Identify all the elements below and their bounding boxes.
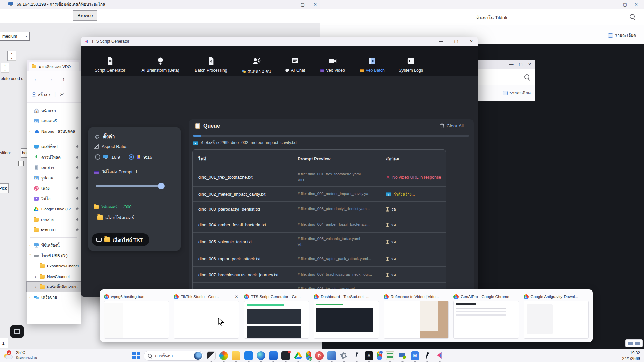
slider-handle[interactable] <box>158 183 165 189</box>
table-row[interactable]: dino_002_meteor_impact_cavity.txt # file… <box>193 187 446 202</box>
copilot-icon[interactable] <box>219 351 228 360</box>
thumbnail-preview[interactable] <box>174 301 239 339</box>
thumbnail-preview[interactable] <box>104 301 169 339</box>
keyboard-icon[interactable] <box>628 342 633 345</box>
edge-icon[interactable] <box>257 351 265 360</box>
sidebar-item-music[interactable]: เพลง <box>27 183 81 193</box>
microsoft-store-icon[interactable] <box>244 351 253 360</box>
thumbnail-genaipro[interactable]: GenAIPro - Google Chrome <box>453 293 519 339</box>
chrome-globe-icon[interactable] <box>377 351 382 360</box>
cut-icon[interactable]: ✂ <box>60 91 64 98</box>
close-icon[interactable]: ✕ <box>235 294 239 299</box>
sidebar-item-videos[interactable]: วิดีโอ <box>27 193 81 204</box>
task-view-icon[interactable] <box>207 351 216 360</box>
prompt-slider[interactable] <box>96 183 163 189</box>
tab-script-generator[interactable]: Script Generator <box>95 57 125 73</box>
sidebar-item-selected-folder[interactable]: › ดอร์สติ๊กต๊อก2026 <box>27 282 81 292</box>
a-dark-app-icon[interactable]: A <box>365 351 373 360</box>
new-button[interactable]: + สร้าง ▾ <box>32 91 50 98</box>
feather-pen-icon[interactable] <box>352 351 361 360</box>
radio-selected-icon[interactable] <box>129 154 134 160</box>
choose-txt-button[interactable]: เลือกไฟล์ TXT <box>92 233 149 246</box>
page-badge[interactable]: 1 <box>0 338 8 348</box>
chevron-right-icon[interactable]: › <box>35 275 38 279</box>
table-row[interactable]: dino_003_pterodactyl_dentist.txt # file:… <box>193 202 446 217</box>
start-button[interactable] <box>132 352 140 359</box>
tab-ai-chat[interactable]: AI Chat <box>285 57 305 73</box>
background-window-controls[interactable]: — ▢ ✕ <box>611 2 638 7</box>
pick-button[interactable]: Pick <box>0 183 9 193</box>
tab-ai-brainstorm[interactable]: AI Brainstorm (Beta) <box>141 57 179 73</box>
thumbnail-dashboard[interactable]: Dashboard - TeeSud.net -... <box>314 293 379 339</box>
sidebar-item-desktop[interactable]: เดสก์ท็อป <box>27 141 81 152</box>
sidebar-item-network[interactable]: › เครือข่าย <box>27 292 81 302</box>
pc-security-icon[interactable] <box>398 351 407 360</box>
ratio-9-16-option[interactable]: 9:16 <box>129 154 152 160</box>
red-p-app-icon[interactable]: P <box>315 351 324 360</box>
spinner-control-1[interactable]: ▲▼ <box>7 51 16 61</box>
thumbnail-vidu[interactable]: Reference to Video | Vidu... <box>384 293 449 339</box>
chevron-right-icon[interactable]: › <box>29 243 32 247</box>
browse-button[interactable]: Browse <box>73 10 97 21</box>
medium-dropdown[interactable]: medium ▾ <box>0 32 30 41</box>
thumbnail-wpng6[interactable]: wpng6.hosting.ban... <box>104 293 169 339</box>
table-row[interactable]: dino_006_raptor_pack_attack.txt # file: … <box>193 251 446 267</box>
maximize-icon[interactable]: ▢ <box>454 39 458 44</box>
table-row[interactable]: dino_007_brachiosaurus_neck_journey.txt … <box>193 267 446 283</box>
taskbar-corner-icons[interactable] <box>625 339 643 347</box>
table-row[interactable]: dino_005_volcanic_tartar.txt # file: din… <box>193 233 446 251</box>
thumbnail-preview[interactable] <box>244 301 309 339</box>
clear-all-button[interactable]: Clear All <box>440 123 464 128</box>
details-link-mid[interactable]: รายละเอียด <box>503 89 531 96</box>
sidebar-item-documents-folder[interactable]: เอกสาร <box>27 214 81 225</box>
minimize-icon[interactable]: — <box>611 2 615 7</box>
minimize-icon[interactable]: — <box>509 62 514 67</box>
notepad-app-icon[interactable] <box>386 351 394 360</box>
search-icon[interactable] <box>630 14 635 19</box>
floating-widget-icon[interactable] <box>10 325 24 338</box>
minimize-icon[interactable]: — <box>439 39 443 44</box>
taskbar-search[interactable]: การค้นหา <box>144 351 203 361</box>
close-icon[interactable]: ✕ <box>313 2 317 7</box>
sidebar-item-usb-drive[interactable]: › ไดรฟ์ USB (D:) <box>27 250 81 261</box>
back-icon[interactable]: ← <box>34 76 39 82</box>
close-icon[interactable]: ✕ <box>634 2 638 7</box>
tab-conversation[interactable]: สนทนา 2 คน <box>241 57 271 75</box>
google-drive-icon[interactable] <box>294 351 303 360</box>
sidebar-item-documents[interactable]: เอกสาร <box>27 162 81 173</box>
chevron-down-icon[interactable]: › <box>29 254 33 257</box>
maximize-icon[interactable]: ▢ <box>623 2 627 7</box>
taskbar-clock[interactable]: 19:32 24/1/2569 <box>622 350 640 362</box>
details-link-top[interactable]: รายละเอียด <box>608 32 636 39</box>
sidebar-item-newchannel[interactable]: › NewChannel <box>27 271 81 282</box>
sidebar-item-home[interactable]: หน้าแรก <box>27 105 81 116</box>
m-blue-app-icon[interactable]: M <box>411 351 419 360</box>
table-row[interactable]: dino_004_amber_fossil_bacteria.txt # fil… <box>193 217 446 233</box>
remote-desktop-titlebar[interactable]: 69.164.253.198 - การเชื่อมต่อเดสก์ท็อประ… <box>0 0 320 9</box>
weather-widget[interactable]: 2 25°C มีเมฆบางส่วน <box>3 350 37 361</box>
sidebar-item-downloads[interactable]: ดาวน์โหลด <box>27 152 81 162</box>
chevron-right-icon[interactable]: › <box>29 295 32 299</box>
chrome-profile-icon[interactable]: SJ <box>306 351 311 360</box>
maximize-icon[interactable]: ▢ <box>519 62 523 67</box>
close-icon[interactable]: ✕ <box>470 39 473 44</box>
remote-window-controls[interactable]: — ▢ ✕ <box>287 0 317 9</box>
thumbnail-preview[interactable] <box>314 301 379 339</box>
feather-pen2-icon[interactable] <box>423 351 432 360</box>
radio-icon[interactable] <box>95 154 100 160</box>
pen-icon[interactable] <box>635 342 640 345</box>
settings-gear-icon[interactable] <box>340 351 348 360</box>
tab-batch-processing[interactable]: Batch Processing <box>195 57 227 73</box>
ratio-16-9-option[interactable]: 16:9 <box>95 154 120 160</box>
thumbnail-antigravity[interactable]: Google Antigravity Downl... <box>524 293 589 339</box>
chevron-right-icon[interactable]: › <box>35 285 38 289</box>
up-icon[interactable]: ↑ <box>62 76 65 82</box>
spinner-control-2[interactable]: ▲▼ <box>1 63 9 73</box>
thumbnail-preview[interactable] <box>524 301 589 339</box>
file-explorer-icon[interactable] <box>232 351 240 360</box>
chevron-right-icon[interactable]: › <box>29 129 32 133</box>
maximize-icon[interactable]: ▢ <box>301 2 305 7</box>
table-row[interactable]: dino_001_trex_toothache.txt # file: dino… <box>193 168 446 187</box>
tab-veo-video[interactable]: Veo Video <box>320 57 345 73</box>
choose-folder-button[interactable]: เลือกโฟลเดอร์ <box>98 214 134 221</box>
